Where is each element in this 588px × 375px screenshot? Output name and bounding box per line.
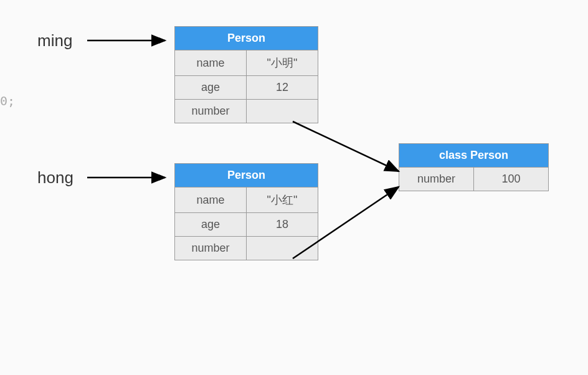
cell-value: "小明" [247, 50, 318, 76]
cell-key: name [175, 50, 247, 76]
cell-value [247, 100, 318, 123]
instance-table-hong: Person name "小红" age 18 number [174, 163, 318, 260]
label-hong: hong [37, 168, 74, 188]
cell-key: name [175, 188, 247, 213]
class-table: class Person number 100 [399, 143, 549, 191]
cell-key: number [175, 100, 247, 123]
cell-value: 18 [247, 213, 318, 237]
table-header: Person [175, 164, 318, 188]
cell-value [247, 237, 318, 260]
cell-key: number [175, 237, 247, 260]
label-ming: ming [37, 31, 72, 50]
cell-key: age [175, 76, 247, 100]
cell-value: 100 [474, 168, 549, 191]
cell-key: age [175, 213, 247, 237]
table-header: class Person [399, 144, 549, 168]
partial-code-text: 0; [0, 93, 15, 108]
instance-table-ming: Person name "小明" age 12 number [174, 26, 318, 123]
cell-value: "小红" [247, 188, 318, 213]
cell-value: 12 [247, 76, 318, 100]
cell-key: number [399, 168, 474, 191]
table-header: Person [175, 27, 318, 50]
